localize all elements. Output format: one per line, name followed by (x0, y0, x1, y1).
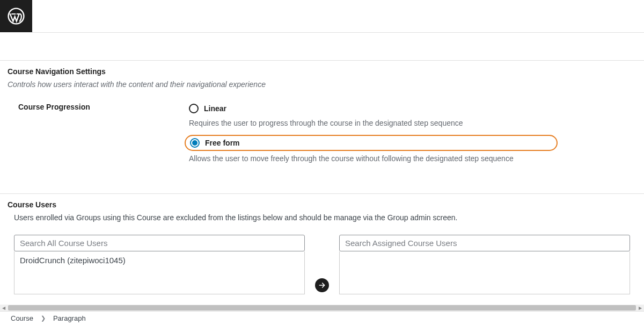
breadcrumb-root[interactable]: Course (11, 314, 33, 322)
option-linear[interactable]: Linear (185, 102, 636, 115)
assigned-users-column (339, 235, 630, 294)
option-label: Free form (205, 139, 240, 147)
option-description: Allows the user to move freely through t… (189, 154, 636, 163)
search-assigned-users-input[interactable] (339, 235, 630, 251)
section-title: Course Users (8, 200, 636, 209)
scroll-left-icon[interactable]: ◀ (0, 305, 8, 311)
wordpress-logo[interactable] (0, 0, 32, 32)
course-navigation-settings-section: Course Navigation Settings Controls how … (0, 60, 644, 163)
section-title: Course Navigation Settings (8, 67, 636, 76)
option-free-form[interactable]: Free form (185, 135, 558, 151)
scroll-right-icon[interactable]: ▶ (636, 305, 644, 311)
course-progression-field: Course Progression Linear Requires the u… (8, 102, 636, 163)
chevron-right-icon: ❯ (41, 315, 46, 322)
all-users-list[interactable]: DroidCrunch (zitepiwoci1045) (14, 251, 305, 294)
scrollbar-thumb[interactable] (8, 305, 636, 310)
radio-icon (190, 138, 200, 148)
radio-icon (189, 104, 199, 113)
assigned-users-list[interactable] (339, 251, 630, 294)
horizontal-scrollbar[interactable]: ◀ ▶ (0, 305, 644, 311)
breadcrumb-leaf[interactable]: Paragraph (53, 314, 86, 322)
breadcrumb: Course ❯ Paragraph (0, 311, 644, 325)
arrow-right-icon (318, 281, 326, 290)
section-description: Controls how users interact with the con… (8, 80, 636, 89)
option-description: Requires the user to progress through th… (189, 119, 636, 127)
header-divider (32, 32, 644, 33)
search-all-users-input[interactable] (14, 235, 305, 251)
transfer-right-button[interactable] (315, 278, 329, 292)
course-progression-label: Course Progression (8, 102, 185, 163)
course-users-section: Course Users Users enrolled via Groups u… (0, 193, 644, 294)
list-item[interactable]: DroidCrunch (zitepiwoci1045) (20, 255, 299, 266)
section-description: Users enrolled via Groups using this Cou… (8, 213, 636, 222)
option-label: Linear (204, 104, 226, 113)
all-users-column: DroidCrunch (zitepiwoci1045) (14, 235, 305, 294)
wordpress-icon (8, 8, 25, 25)
